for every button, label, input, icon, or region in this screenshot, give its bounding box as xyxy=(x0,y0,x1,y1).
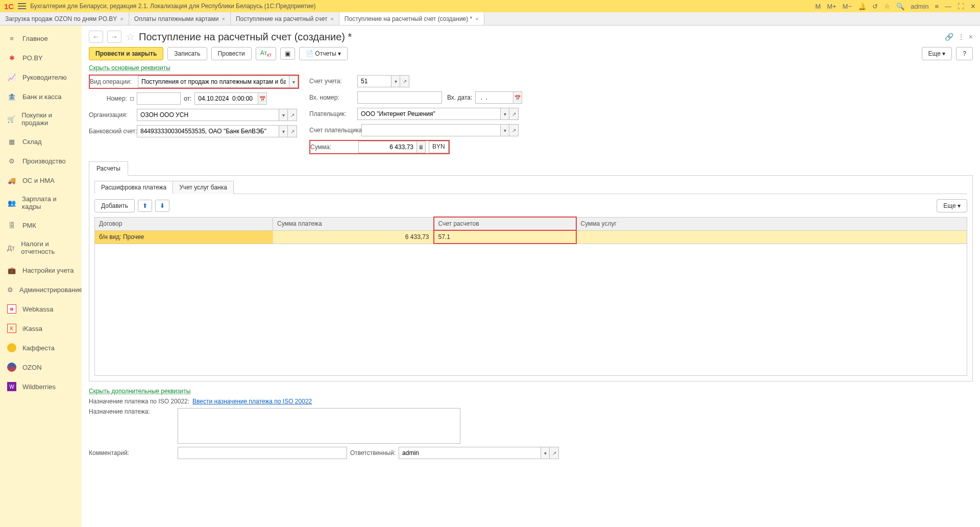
payer-input[interactable] xyxy=(357,108,500,120)
tab-card-payments[interactable]: Оплаты платежными картами× xyxy=(129,12,231,25)
memory-m-button[interactable]: M xyxy=(815,3,821,10)
sum-input[interactable] xyxy=(358,141,416,153)
tab-bank-services[interactable]: Учет услуг банка xyxy=(173,181,234,194)
dropdown-button[interactable]: ▾ xyxy=(279,125,288,137)
sidebar-item-warehouse[interactable]: ▦Склад xyxy=(0,132,82,151)
open-button[interactable]: ↗ xyxy=(288,109,297,121)
tab-receipt-create[interactable]: Поступление на расчетный счет (создание)… xyxy=(339,12,484,25)
open-button[interactable]: ↗ xyxy=(509,124,519,136)
sidebar-item-rmk[interactable]: 🗄РМК xyxy=(0,215,82,235)
save-button[interactable]: Записать xyxy=(167,47,207,60)
tab-breakdown[interactable]: Расшифровка платежа xyxy=(94,181,173,194)
close-page-icon[interactable]: × xyxy=(969,33,973,41)
memory-mplus-button[interactable]: M+ xyxy=(827,3,836,10)
bell-icon[interactable]: 🔔 xyxy=(858,3,866,10)
post-button[interactable]: Провести xyxy=(211,47,252,60)
bank-account-input[interactable] xyxy=(137,125,279,137)
search-icon[interactable]: 🔍 xyxy=(896,3,904,10)
open-button[interactable]: ↗ xyxy=(400,75,409,87)
th-service-sum[interactable]: Сумма услуг xyxy=(576,217,967,230)
tab-receipt[interactable]: Поступление на расчетный счет× xyxy=(231,12,339,25)
dropdown-button[interactable]: ▾ xyxy=(500,124,509,136)
sidebar-item-admin[interactable]: ⚙Администрирование xyxy=(0,280,82,299)
tab-ozon-upload[interactable]: Загрузка продаж OZON по дням PO.BY× xyxy=(0,12,129,25)
calendar-icon[interactable]: 📅 xyxy=(258,92,267,105)
sidebar-item-trade[interactable]: 🛒Покупки и продажи xyxy=(0,106,82,132)
user-label[interactable]: admin xyxy=(911,3,928,10)
open-button[interactable]: ↗ xyxy=(550,447,559,459)
maximize-icon[interactable]: ⛶ xyxy=(958,3,964,10)
sidebar-item-bank[interactable]: 🏦Банк и касса xyxy=(0,87,82,106)
sidebar-item-webkassa[interactable]: ⵌWebkassa xyxy=(0,299,82,319)
star-icon[interactable]: ☆ xyxy=(884,3,890,10)
number-input[interactable] xyxy=(137,92,181,105)
cell-service-sum[interactable] xyxy=(576,230,967,244)
close-window-icon[interactable]: ✕ xyxy=(970,3,976,10)
calculator-icon[interactable]: 🖩 xyxy=(416,141,426,153)
link-icon[interactable]: 🔗 xyxy=(945,33,953,41)
th-contract[interactable]: Договор xyxy=(95,217,273,230)
comment-input[interactable] xyxy=(178,447,347,459)
add-button[interactable]: Добавить xyxy=(94,199,135,212)
purpose-textarea[interactable] xyxy=(178,408,460,444)
close-icon[interactable]: × xyxy=(330,16,333,22)
cell-contract[interactable]: б/н вид: Прочее xyxy=(95,230,273,244)
memory-mminus-button[interactable]: M− xyxy=(843,3,852,10)
move-down-button[interactable]: ⬇ xyxy=(155,200,169,212)
dropdown-button[interactable]: ▾ xyxy=(541,447,550,459)
sidebar-item-taxes[interactable]: ДтНалоги и отчетность xyxy=(0,235,82,260)
calendar-icon[interactable]: 📅 xyxy=(513,91,522,104)
sidebar-item-wildberries[interactable]: WWildberries xyxy=(0,377,82,396)
minimize-icon[interactable]: — xyxy=(945,3,951,10)
more-button[interactable]: Еще ▾ xyxy=(922,47,952,60)
operation-type-input[interactable] xyxy=(138,76,289,88)
post-and-close-button[interactable]: Провести и закрыть xyxy=(89,47,163,60)
menu-icon[interactable] xyxy=(18,3,26,9)
open-button[interactable]: ↗ xyxy=(288,125,297,137)
sidebar-item-production[interactable]: ⚙Производство xyxy=(0,151,82,171)
history-icon[interactable]: ↺ xyxy=(872,3,878,10)
ext-number-input[interactable] xyxy=(357,91,442,104)
sidebar-item-manager[interactable]: 📈Руководителю xyxy=(0,67,82,87)
sidebar-item-salary[interactable]: 👥Зарплата и кадры xyxy=(0,190,82,215)
sidebar-item-settings[interactable]: 💼Настройки учета xyxy=(0,260,82,280)
account-input[interactable] xyxy=(357,75,391,87)
date-input[interactable] xyxy=(194,92,258,105)
close-icon[interactable]: × xyxy=(475,16,478,22)
settings-icon[interactable]: ≡ xyxy=(935,3,939,10)
dropdown-button[interactable]: ▾ xyxy=(279,109,288,121)
payer-account-input[interactable] xyxy=(361,124,500,136)
cell-payment-sum[interactable]: 6 433,73 xyxy=(273,230,434,244)
tab-calculations[interactable]: Расчеты xyxy=(89,161,128,176)
responsible-input[interactable] xyxy=(399,447,541,459)
sidebar-item-main[interactable]: ≡Главное xyxy=(0,29,82,48)
table-row[interactable]: б/н вид: Прочее 6 433,73 57.1 xyxy=(95,230,967,244)
hide-main-link[interactable]: Скрыть основные реквизиты xyxy=(89,64,170,71)
close-icon[interactable]: × xyxy=(120,16,123,22)
sidebar-item-ikassa[interactable]: KiKassa xyxy=(0,319,82,338)
th-calc-account[interactable]: Счет расчетов xyxy=(434,217,576,230)
organization-input[interactable] xyxy=(137,109,279,121)
hide-additional-link[interactable]: Скрыть дополнительные реквизиты xyxy=(89,388,190,395)
related-button[interactable]: ▣ xyxy=(280,47,295,60)
favorite-star-icon[interactable]: ☆ xyxy=(126,31,135,43)
sidebar-item-poby[interactable]: ✱PO.BY xyxy=(0,48,82,67)
sidebar-item-kaffesta[interactable]: Каффеста xyxy=(0,338,82,357)
back-button[interactable]: ← xyxy=(89,31,103,43)
forward-button[interactable]: → xyxy=(107,31,121,43)
cell-calc-account[interactable]: 57.1 xyxy=(434,230,576,244)
move-up-button[interactable]: ⬆ xyxy=(138,200,152,212)
dropdown-button[interactable]: ▾ xyxy=(391,75,400,87)
close-icon[interactable]: × xyxy=(222,16,225,22)
sidebar-item-assets[interactable]: 🚚ОС и НМА xyxy=(0,171,82,190)
enter-purpose-link[interactable]: Ввести назначение платежа по ISO 20022 xyxy=(192,398,312,405)
dropdown-button[interactable]: ▾ xyxy=(500,108,509,120)
dropdown-button[interactable]: ▾ xyxy=(289,76,298,88)
sidebar-item-ozon[interactable]: OZON xyxy=(0,357,82,377)
more-table-button[interactable]: Еще ▾ xyxy=(937,199,967,212)
dt-kt-button[interactable]: Аткт xyxy=(256,47,276,60)
th-payment-sum[interactable]: Сумма платежа xyxy=(273,217,434,230)
help-button[interactable]: ? xyxy=(956,47,973,60)
reports-button[interactable]: 📄 Отчеты ▾ xyxy=(299,47,348,60)
more-icon[interactable]: ⋮ xyxy=(958,33,965,41)
